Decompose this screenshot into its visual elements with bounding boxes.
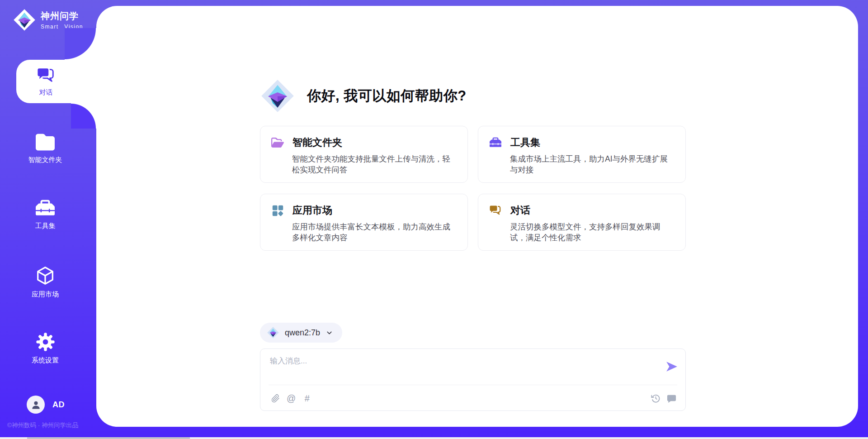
card-description: 智能文件夹功能支持批量文件上传与清洗，轻松实现文件问答: [292, 153, 457, 175]
sidebar-item-label: 智能文件夹: [28, 156, 62, 164]
composer-tools-left: @ #: [271, 393, 311, 404]
model-logo-icon: [267, 326, 279, 339]
brand-logo-icon: [13, 8, 36, 32]
topic-button[interactable]: #: [302, 393, 311, 404]
sidebar-item-label: 工具集: [35, 222, 56, 230]
attach-file-button[interactable]: [271, 393, 280, 404]
card-title: 工具集: [510, 136, 540, 149]
toolbox-icon: [35, 199, 56, 218]
sidebar-item-toolset[interactable]: 工具集: [0, 199, 90, 230]
cube-icon: [35, 265, 56, 286]
folder-open-icon: [271, 136, 284, 149]
sidebar-item-label: 系统设置: [32, 356, 59, 365]
model-name: qwen2:7b: [285, 328, 320, 338]
message-composer: @ #: [260, 348, 686, 411]
chevron-down-icon: [326, 329, 333, 337]
message-bubble-icon: [666, 393, 677, 404]
brand-name: 神州问学: [41, 10, 83, 22]
at-icon: @: [287, 393, 296, 404]
card-description: 灵活切换多模型文件，支持多样回复效果调试，满足个性化需求: [510, 221, 675, 243]
mention-button[interactable]: @: [287, 393, 296, 404]
composer-divider: [269, 385, 677, 385]
model-selector[interactable]: qwen2:7b: [260, 323, 342, 343]
main-panel: 你好, 我可以如何帮助你? 智能文件夹 智能文件夹功能支持批量文件上传与清洗，轻…: [96, 6, 858, 427]
history-button[interactable]: [651, 393, 660, 404]
folder-icon: [35, 133, 56, 152]
send-icon: [666, 361, 678, 372]
toolbox-icon: [489, 136, 502, 149]
send-button[interactable]: [666, 361, 678, 372]
horizontal-scrollbar: [0, 437, 868, 439]
sidebar-item-label: 应用市场: [32, 290, 59, 299]
app-grid-icon: [271, 204, 284, 217]
user-profile[interactable]: AD: [27, 396, 65, 414]
feedback-button[interactable]: [666, 393, 677, 404]
assistant-logo-icon: [260, 78, 295, 114]
hash-icon: #: [305, 393, 310, 404]
user-name: AD: [52, 400, 65, 410]
card-smart-folder[interactable]: 智能文件夹 智能文件夹功能支持批量文件上传与清洗，轻松实现文件问答: [260, 126, 468, 183]
chat-bubbles-icon: [37, 66, 56, 85]
message-input[interactable]: [270, 356, 650, 382]
horizontal-scrollbar-thumb[interactable]: [27, 437, 190, 439]
sidebar-item-smart-folder[interactable]: 智能文件夹: [0, 133, 90, 164]
card-description: 应用市场提供丰富长文本模板，助力高效生成多样化文章内容: [292, 221, 457, 243]
active-tab-curve-bottom: [71, 103, 96, 129]
sidebar-item-settings[interactable]: 系统设置: [0, 332, 90, 365]
feature-cards: 智能文件夹 智能文件夹功能支持批量文件上传与清洗，轻松实现文件问答 工具集 集成…: [260, 126, 686, 251]
card-app-market[interactable]: 应用市场 应用市场提供丰富长文本模板，助力高效生成多样化文章内容: [260, 194, 468, 251]
gear-icon: [35, 332, 56, 352]
sidebar: 神州问学 Smart Vision 对话 智能文件夹: [0, 0, 96, 439]
greeting-title: 你好, 我可以如何帮助你?: [307, 86, 467, 105]
copyright-text: ©神州数码 · 神州问学出品: [7, 421, 78, 429]
card-title: 智能文件夹: [292, 136, 342, 149]
sidebar-item-label: 对话: [39, 88, 53, 97]
active-tab-curve-top: [65, 28, 96, 60]
app-root: 神州问学 Smart Vision 对话 智能文件夹: [0, 0, 868, 439]
card-toolset[interactable]: 工具集 集成市场上主流工具，助力AI与外界无缝扩展与对接: [478, 126, 686, 183]
user-avatar-icon: [31, 400, 41, 410]
card-chat[interactable]: 对话 灵活切换多模型文件，支持多样回复效果调试，满足个性化需求: [478, 194, 686, 251]
sidebar-item-chat[interactable]: 对话: [16, 60, 96, 103]
sidebar-item-app-market[interactable]: 应用市场: [0, 265, 90, 299]
chat-bubbles-icon: [489, 204, 502, 217]
composer-tools-right: [651, 393, 677, 404]
card-title: 对话: [510, 204, 530, 217]
paperclip-icon: [271, 394, 280, 403]
avatar: [27, 396, 45, 414]
card-description: 集成市场上主流工具，助力AI与外界无缝扩展与对接: [510, 153, 675, 175]
history-icon: [651, 394, 660, 403]
greeting-section: 你好, 我可以如何帮助你?: [260, 74, 467, 118]
card-title: 应用市场: [292, 204, 332, 217]
